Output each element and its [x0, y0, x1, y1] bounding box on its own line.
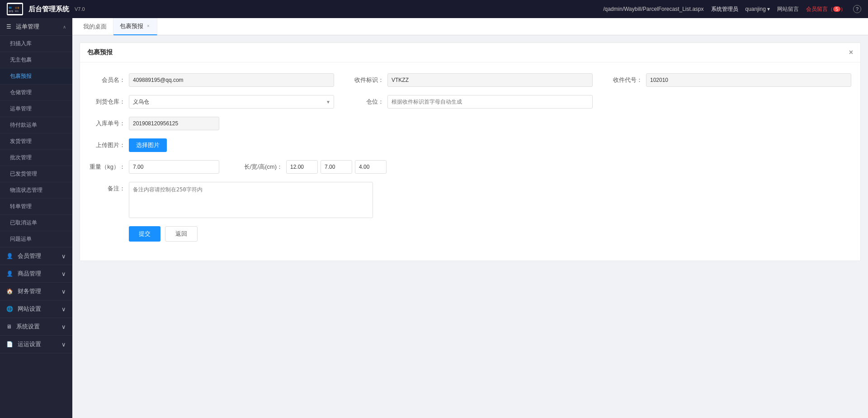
sidebar-group-system[interactable]: 🖥 系统设置 ∨: [0, 318, 72, 336]
form-row-warehouse: 到货仓库： 义乌仓 广州仓 深圳仓 ▼ 仓位：: [89, 95, 851, 109]
website-icon: 🌐: [6, 306, 13, 312]
warehouse-select-wrap: 义乌仓 广州仓 深圳仓 ▼: [129, 95, 334, 109]
svg-text:SYS: SYS: [9, 10, 14, 13]
member-name-input[interactable]: [129, 73, 334, 87]
help-icon[interactable]: ?: [853, 5, 861, 13]
form-field-warehouse: 到货仓库： 义乌仓 广州仓 深圳仓 ▼: [89, 95, 334, 109]
form-field-upload: 上传图片： 选择图片: [89, 138, 851, 152]
admin-label: 系统管理员: [711, 5, 738, 13]
sidebar-group-shipping-label: 运运设置: [18, 341, 41, 347]
width-input[interactable]: [321, 160, 352, 174]
sidebar-item-pending-payment[interactable]: 待付款运单: [0, 117, 72, 133]
sidebar-item-logistics-status[interactable]: 物流状态管理: [0, 182, 72, 199]
location-label: 仓位：: [348, 98, 384, 106]
form-body: 会员名： 收件标识： 收件代号：: [80, 62, 860, 261]
sidebar-group-shipping[interactable]: 📄 运运设置 ∨: [0, 336, 72, 353]
member-name-label: 会员名：: [89, 76, 125, 84]
sidebar-item-forecast[interactable]: 包裹预报: [0, 68, 72, 85]
weight-label: 重量（kg）：: [89, 163, 125, 171]
stock-no-label: 入库单号：: [89, 119, 125, 128]
version-badge: V7.0: [75, 6, 85, 12]
tab-forecast-close[interactable]: ×: [146, 24, 151, 28]
sidebar-group-member-label: 会员管理: [18, 252, 41, 259]
form-row-upload: 上传图片： 选择图片: [89, 138, 851, 152]
username: quanjing: [745, 6, 766, 12]
form-field-weight: 重量（kg）：: [89, 160, 219, 174]
form-field-member-name: 会员名：: [89, 73, 334, 87]
remark-textarea[interactable]: [129, 182, 373, 218]
logo-icon: 56 SYS 全量 物流: [7, 3, 23, 15]
stock-no-input[interactable]: [129, 117, 219, 130]
receive-code-input[interactable]: [646, 73, 851, 87]
sidebar-item-warehouse[interactable]: 仓储管理: [0, 85, 72, 101]
sidebar-group-member[interactable]: 👤 会员管理 ∨: [0, 247, 72, 265]
yundan-icon: ☰: [6, 24, 11, 30]
sidebar-group-yundan-label: 运单管理: [16, 23, 39, 30]
height-input[interactable]: [355, 160, 387, 174]
group1-chevron: ∧: [63, 24, 66, 29]
content-area: 我的桌面 包裹预报 × 包裹预报 × 会员名：: [72, 18, 868, 418]
tab-desktop-label: 我的桌面: [83, 23, 107, 31]
warehouse-label: 到货仓库：: [89, 98, 125, 106]
weight-input[interactable]: [129, 160, 219, 174]
receive-code-label: 收件代号：: [606, 76, 642, 84]
logo: 56 SYS 全量 物流: [7, 3, 23, 15]
form-field-dimensions: 长/宽/高(cm)：: [233, 160, 387, 174]
form-row-stockno: 入库单号：: [89, 117, 851, 130]
sidebar-item-waybill[interactable]: 运单管理: [0, 101, 72, 117]
form-panel: 包裹预报 × 会员名： 收件标识：: [80, 43, 861, 261]
tab-bar: 我的桌面 包裹预报 ×: [72, 18, 868, 35]
svg-text:全量: 全量: [15, 6, 19, 9]
sidebar-item-transfer[interactable]: 转单管理: [0, 199, 72, 215]
sidebar-group-product[interactable]: 👤 商品管理 ∨: [0, 265, 72, 283]
sidebar-item-cancelled[interactable]: 已取消运单: [0, 215, 72, 231]
sidebar-item-scan[interactable]: 扫描入库: [0, 36, 72, 52]
navbar-left: 56 SYS 全量 物流 后台管理系统 V7.0: [7, 3, 85, 15]
sidebar-item-delivery[interactable]: 发货管理: [0, 133, 72, 150]
main-container: ☰ 运单管理 ∧ 扫描入库 无主包裹 包裹预报 仓储管理 运单管理 待付款运单 …: [0, 18, 868, 418]
sidebar-group-website-label: 网站设置: [18, 305, 41, 312]
user-dropdown[interactable]: quanjing ▾: [745, 6, 770, 12]
upload-label: 上传图片：: [89, 141, 125, 149]
navbar-right: /qadmin/Waybill/ParcelForecast_List.aspx…: [603, 5, 861, 13]
product-icon: 👤: [6, 271, 13, 277]
sidebar: ☰ 运单管理 ∧ 扫描入库 无主包裹 包裹预报 仓储管理 运单管理 待付款运单 …: [0, 18, 72, 418]
location-input[interactable]: [387, 95, 593, 109]
dropdown-icon: ▾: [767, 6, 770, 12]
upload-button[interactable]: 选择图片: [129, 138, 167, 152]
length-input[interactable]: [286, 160, 318, 174]
sidebar-item-delivered[interactable]: 已发货管理: [0, 166, 72, 182]
form-field-receive-mark: 收件标识：: [348, 73, 593, 87]
back-button[interactable]: 返回: [165, 226, 198, 242]
form-field-stock-no: 入库单号：: [89, 117, 252, 130]
sidebar-group-finance-label: 财务管理: [18, 288, 41, 294]
sidebar-group-product-label: 商品管理: [18, 270, 41, 277]
tab-desktop[interactable]: 我的桌面: [77, 18, 113, 35]
dimension-label: 长/宽/高(cm)：: [233, 163, 283, 171]
page-content: 包裹预报 × 会员名： 收件标识：: [72, 35, 868, 418]
sidebar-group-system-label: 系统设置: [16, 323, 40, 330]
website-comments-link[interactable]: 网站留言: [777, 5, 799, 13]
warehouse-select[interactable]: 义乌仓 广州仓 深圳仓: [129, 95, 334, 109]
sidebar-group-website[interactable]: 🌐 网站设置 ∨: [0, 300, 72, 318]
sidebar-item-noowner[interactable]: 无主包裹: [0, 52, 72, 68]
form-field-remark: 备注：: [89, 182, 851, 218]
tab-forecast-label: 包裹预报: [120, 22, 143, 30]
form-row-remark: 备注：: [89, 182, 851, 218]
sidebar-group-yundan[interactable]: ☰ 运单管理 ∧: [0, 18, 72, 36]
svg-text:物流: 物流: [15, 10, 19, 12]
receive-mark-input[interactable]: [387, 73, 593, 87]
sidebar-item-problem[interactable]: 问题运单: [0, 231, 72, 247]
sidebar-group-finance[interactable]: 🏠 财务管理 ∨: [0, 283, 72, 300]
submit-button[interactable]: 提交: [129, 226, 160, 242]
member-icon: 👤: [6, 253, 13, 259]
member-comments-link[interactable]: 会员留言（5）: [806, 5, 846, 13]
nav-path: /qadmin/Waybill/ParcelForecast_List.aspx: [603, 6, 703, 12]
system-icon: 🖥: [6, 323, 12, 330]
finance-icon: 🏠: [6, 288, 13, 294]
sidebar-item-batch[interactable]: 批次管理: [0, 150, 72, 166]
tab-forecast[interactable]: 包裹预报 ×: [113, 18, 157, 35]
form-panel-close-button[interactable]: ×: [849, 48, 853, 57]
form-row-dimensions: 重量（kg）： 长/宽/高(cm)：: [89, 160, 851, 174]
remark-label: 备注：: [89, 185, 125, 193]
